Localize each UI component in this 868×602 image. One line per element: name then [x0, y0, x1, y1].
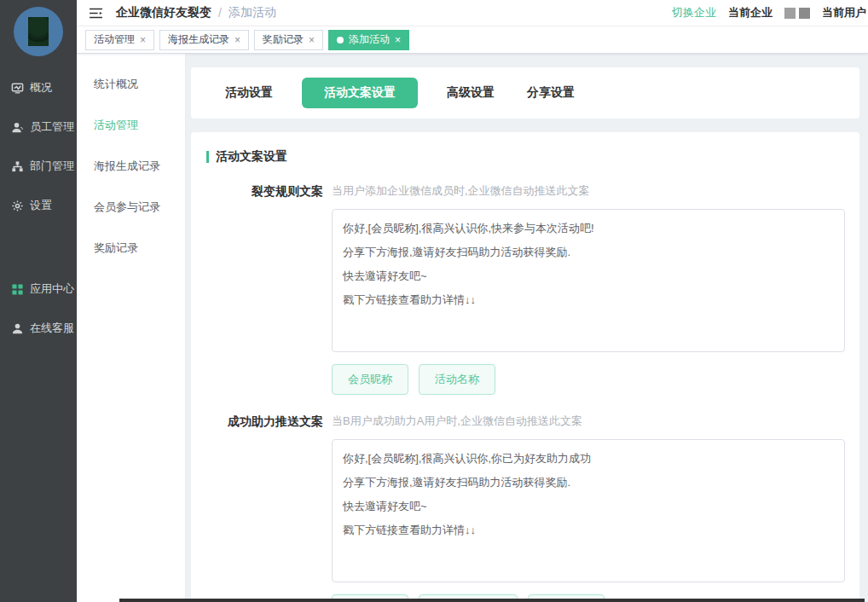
sidebar-item-departments[interactable]: 部门管理: [0, 147, 77, 186]
tag-poster-records[interactable]: 海报生成记录 ×: [159, 30, 249, 50]
breadcrumb-separator: /: [218, 6, 222, 20]
tag-add-activity[interactable]: 添加活动 ×: [328, 30, 409, 50]
tab-activity-settings[interactable]: 活动设置: [222, 78, 276, 108]
section-title-text: 活动文案设置: [216, 149, 287, 165]
body-row: 统计概况 活动管理 海报生成记录 会员参与记录 奖励记录 活动设置 活动文案设置…: [77, 54, 868, 602]
insert-activity-name-button[interactable]: 活动名称: [419, 364, 495, 395]
sidebar-item-online-support[interactable]: 在线客服: [0, 309, 77, 348]
sidebar-item-settings[interactable]: 设置: [0, 186, 77, 225]
tags-view-bar: 活动管理 × 海报生成记录 × 奖励记录 × 添加活动 ×: [77, 26, 868, 54]
form-item-assist-success-copy: 成功助力推送文案 当B用户成功助力A用户时,企业微信自动推送此文案 你好,[会员…: [206, 414, 859, 602]
tab-share-settings[interactable]: 分享设置: [524, 78, 578, 108]
insert-variable-buttons: 会员昵称 活动名称: [332, 364, 845, 395]
tag-activity-management[interactable]: 活动管理 ×: [85, 30, 154, 50]
sidebar-item-app-center[interactable]: 应用中心: [0, 269, 77, 309]
main-menu: 概况 员工管理 部门管理 设置 应用中心 在线客服: [0, 68, 77, 348]
insert-member-nickname-button[interactable]: 会员昵称: [332, 364, 408, 395]
current-company-label: 当前企业: [728, 5, 773, 20]
tag-label: 添加活动: [349, 32, 390, 47]
sidebar-item-employees[interactable]: 员工管理: [0, 107, 77, 147]
avatar[interactable]: [14, 7, 63, 56]
collapse-menu-icon[interactable]: [87, 4, 104, 21]
breadcrumb: 企业微信好友裂变 / 添加活动: [116, 5, 276, 20]
apps-icon: [11, 283, 24, 296]
section-accent-bar: [206, 151, 209, 163]
submenu-item-stats-overview[interactable]: 统计概况: [77, 64, 185, 105]
field-hint: 当用户添加企业微信成员时,企业微信自动推送此文案: [332, 183, 845, 199]
tag-label: 奖励记录: [263, 32, 304, 47]
secondary-sidebar: 统计概况 活动管理 海报生成记录 会员参与记录 奖励记录: [77, 54, 186, 602]
sidebar-item-label: 员工管理: [30, 119, 74, 135]
support-icon: [11, 322, 24, 335]
current-user-label: 当前用户: [822, 5, 866, 20]
company-name-redacted: [784, 8, 810, 19]
field-control: 当B用户成功助力A用户时,企业微信自动推送此文案 你好,[会员昵称],很高兴认识…: [332, 414, 845, 602]
sidebar-item-label: 概况: [30, 80, 52, 96]
assist-success-copy-textarea[interactable]: 你好,[会员昵称],很高兴认识你,你已为好友助力成功 分享下方海报,邀请好友扫码…: [332, 439, 845, 582]
switch-company-link[interactable]: 切换企业: [672, 5, 716, 20]
department-icon: [11, 160, 24, 173]
tag-reward-records[interactable]: 奖励记录 ×: [254, 30, 323, 50]
field-label: 成功助力推送文案: [206, 414, 323, 602]
app-window: 概况 员工管理 部门管理 设置 应用中心 在线客服: [0, 0, 868, 602]
main-column: 企业微信好友裂变 / 添加活动 切换企业 当前企业 当前用户 活动管理 × 海报…: [77, 0, 868, 602]
employee-icon: [11, 121, 24, 134]
submenu-item-poster-records[interactable]: 海报生成记录: [77, 146, 185, 187]
close-icon[interactable]: ×: [395, 35, 401, 45]
breadcrumb-root[interactable]: 企业微信好友裂变: [116, 5, 211, 20]
bottom-cutoff-strip: [119, 599, 865, 602]
active-dot-icon: [337, 37, 344, 43]
topbar-actions: 切换企业 当前企业 当前用户: [672, 5, 868, 20]
dashboard-icon: [11, 82, 24, 95]
settings-icon: [11, 200, 24, 212]
close-icon[interactable]: ×: [234, 35, 240, 45]
brand-logo[interactable]: [0, 0, 77, 68]
field-control: 当用户添加企业微信成员时,企业微信自动推送此文案 你好,[会员昵称],很高兴认识…: [332, 183, 845, 395]
tab-activity-copy-settings[interactable]: 活动文案设置: [302, 78, 418, 108]
submenu-item-reward-records[interactable]: 奖励记录: [77, 228, 185, 269]
main-sidebar: 概况 员工管理 部门管理 设置 应用中心 在线客服: [0, 0, 77, 602]
tag-label: 活动管理: [94, 32, 135, 47]
copy-settings-panel: 活动文案设置 裂变规则文案 当用户添加企业微信成员时,企业微信自动推送此文案 你…: [191, 132, 859, 602]
sidebar-item-label: 设置: [30, 198, 52, 213]
menu-spacer: [0, 225, 77, 269]
close-icon[interactable]: ×: [309, 35, 315, 45]
settings-tabs: 活动设置 活动文案设置 高级设置 分享设置: [191, 67, 859, 119]
sidebar-item-label: 部门管理: [30, 159, 74, 174]
breadcrumb-current: 添加活动: [229, 5, 276, 20]
close-icon[interactable]: ×: [140, 35, 146, 45]
mascot-icon: [28, 17, 49, 46]
sidebar-item-overview[interactable]: 概况: [0, 68, 77, 107]
form-item-fission-rule-copy: 裂变规则文案 当用户添加企业微信成员时,企业微信自动推送此文案 你好,[会员昵称…: [206, 183, 859, 395]
topbar: 企业微信好友裂变 / 添加活动 切换企业 当前企业 当前用户: [77, 0, 868, 26]
main-content: 活动设置 活动文案设置 高级设置 分享设置 活动文案设置 裂变规则文案 当用户添…: [186, 54, 868, 602]
field-label: 裂变规则文案: [206, 183, 323, 395]
field-hint: 当B用户成功助力A用户时,企业微信自动推送此文案: [332, 414, 845, 429]
tag-label: 海报生成记录: [168, 32, 229, 47]
sidebar-item-label: 在线客服: [30, 321, 74, 336]
submenu-item-member-participation[interactable]: 会员参与记录: [77, 187, 185, 228]
section-title: 活动文案设置: [206, 149, 859, 165]
tab-advanced-settings[interactable]: 高级设置: [443, 78, 498, 108]
sidebar-item-label: 应用中心: [30, 281, 74, 297]
fission-rule-copy-textarea[interactable]: 你好,[会员昵称],很高兴认识你,快来参与本次活动吧! 分享下方海报,邀请好友扫…: [332, 209, 845, 352]
submenu-item-activity-management[interactable]: 活动管理: [77, 105, 185, 146]
